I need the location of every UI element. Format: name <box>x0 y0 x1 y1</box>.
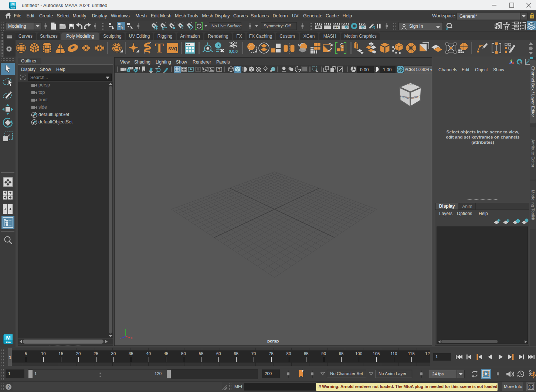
svg-text:AYA: AYA <box>6 341 11 344</box>
svg-text:M: M <box>6 334 11 341</box>
svg-text:M: M <box>11 2 14 6</box>
svg-text:0,0,0: 0,0,0 <box>229 49 238 54</box>
svg-text:x: x <box>131 336 132 340</box>
svg-text:z: z <box>120 337 122 340</box>
svg-text:{;}: {;} <box>528 385 534 389</box>
svg-text:svg: svg <box>168 45 177 51</box>
svg-text:?: ? <box>7 385 10 390</box>
svg-text:IPR: IPR <box>334 26 339 29</box>
svg-text:ON: ON <box>398 68 402 71</box>
svg-text:T: T <box>155 41 164 55</box>
svg-text:AYA: AYA <box>11 7 15 9</box>
svg-text:y: y <box>125 328 126 331</box>
svg-text:T: T <box>218 68 220 71</box>
